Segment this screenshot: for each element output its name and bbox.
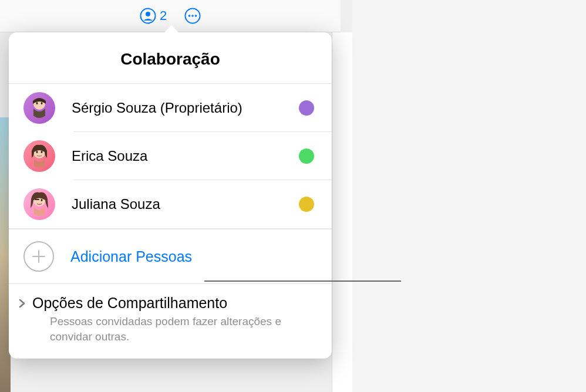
inspector-panel-edge bbox=[332, 32, 352, 392]
status-dot bbox=[299, 197, 314, 212]
avatar bbox=[23, 92, 55, 124]
status-dot bbox=[299, 100, 314, 116]
callout-line bbox=[204, 281, 401, 282]
collaboration-popover: Colaboração Sérgio Souza (Propriet bbox=[9, 32, 332, 359]
sharing-options-button[interactable]: Opções de Compartilhamento Pessoas convi… bbox=[9, 284, 332, 359]
person-circle-icon bbox=[140, 8, 156, 24]
add-people-button[interactable]: Adicionar Pessoas bbox=[9, 229, 332, 284]
svg-point-1 bbox=[146, 12, 150, 16]
collaborator-row[interactable]: Juliana Souza bbox=[9, 180, 332, 228]
sharing-options-description: Pessoas convidadas podem fazer alteraçõe… bbox=[50, 314, 314, 344]
more-button[interactable] bbox=[184, 8, 201, 24]
popover-title: Colaboração bbox=[9, 32, 332, 84]
avatar bbox=[23, 140, 55, 172]
svg-point-4 bbox=[191, 15, 194, 17]
collaborator-row[interactable]: Erica Souza bbox=[9, 132, 332, 180]
ellipsis-circle-icon bbox=[184, 8, 201, 24]
collab-count: 2 bbox=[160, 8, 167, 23]
avatar bbox=[23, 188, 55, 220]
svg-point-8 bbox=[41, 102, 43, 104]
svg-point-5 bbox=[195, 15, 197, 17]
collaborator-name: Sérgio Souza (Proprietário) bbox=[72, 100, 299, 116]
sharing-options-title: Opções de Compartilhamento bbox=[32, 295, 227, 312]
collaborator-row[interactable]: Sérgio Souza (Proprietário) bbox=[9, 84, 332, 132]
svg-point-7 bbox=[36, 102, 38, 104]
memoji-icon bbox=[23, 188, 55, 220]
collaboration-button[interactable]: 2 bbox=[140, 8, 167, 24]
collaborator-name: Erica Souza bbox=[72, 148, 299, 164]
collaborator-list: Sérgio Souza (Proprietário) bbox=[9, 84, 332, 229]
chevron-right-icon bbox=[18, 298, 26, 309]
memoji-icon bbox=[23, 140, 55, 172]
add-people-label: Adicionar Pessoas bbox=[70, 248, 192, 265]
status-dot bbox=[299, 148, 314, 164]
svg-point-10 bbox=[36, 151, 38, 153]
collaborator-name: Juliana Souza bbox=[72, 196, 299, 212]
svg-point-11 bbox=[41, 151, 43, 153]
popover-arrow bbox=[164, 25, 179, 32]
plus-circle-icon bbox=[23, 241, 54, 272]
svg-point-3 bbox=[188, 15, 191, 17]
svg-point-13 bbox=[41, 199, 43, 201]
memoji-icon bbox=[23, 92, 55, 124]
